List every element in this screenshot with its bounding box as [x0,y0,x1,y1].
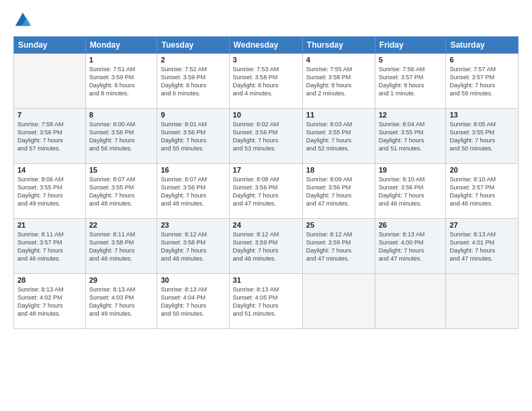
day-info: Sunrise: 7:53 AM Sunset: 3:58 PM Dayligh… [233,65,299,98]
page: SundayMondayTuesdayWednesdayThursdayFrid… [0,0,532,411]
calendar-cell: 15Sunrise: 8:07 AM Sunset: 3:55 PM Dayli… [85,164,157,219]
day-info: Sunrise: 7:58 AM Sunset: 3:56 PM Dayligh… [17,120,82,153]
day-info: Sunrise: 7:56 AM Sunset: 3:57 PM Dayligh… [379,65,443,98]
day-number: 22 [89,221,154,229]
calendar-cell [375,274,446,329]
day-info: Sunrise: 8:08 AM Sunset: 3:56 PM Dayligh… [233,175,299,208]
day-info: Sunrise: 8:05 AM Sunset: 3:55 PM Dayligh… [449,120,515,153]
col-header-saturday: Saturday [446,37,519,54]
day-number: 6 [449,56,515,64]
col-header-wednesday: Wednesday [229,37,302,54]
calendar-week-row: 28Sunrise: 8:13 AM Sunset: 4:02 PM Dayli… [14,274,519,329]
day-info: Sunrise: 8:11 AM Sunset: 3:57 PM Dayligh… [17,230,82,263]
day-number: 28 [17,276,82,284]
day-number: 25 [306,221,371,229]
logo [13,11,35,30]
calendar-cell [446,274,519,329]
day-info: Sunrise: 8:13 AM Sunset: 4:05 PM Dayligh… [233,285,299,318]
day-number: 18 [306,166,371,174]
day-number: 8 [89,111,154,119]
calendar-cell: 5Sunrise: 7:56 AM Sunset: 3:57 PM Daylig… [375,54,446,109]
calendar-cell: 17Sunrise: 8:08 AM Sunset: 3:56 PM Dayli… [229,164,302,219]
col-header-monday: Monday [85,37,157,54]
col-header-friday: Friday [375,37,446,54]
day-number: 31 [233,276,299,284]
day-info: Sunrise: 8:02 AM Sunset: 3:56 PM Dayligh… [233,120,299,153]
day-info: Sunrise: 7:55 AM Sunset: 3:58 PM Dayligh… [306,65,371,98]
day-number: 19 [379,166,443,174]
calendar-cell: 26Sunrise: 8:13 AM Sunset: 4:00 PM Dayli… [375,219,446,274]
calendar-cell: 23Sunrise: 8:12 AM Sunset: 3:58 PM Dayli… [157,219,229,274]
day-info: Sunrise: 8:12 AM Sunset: 3:58 PM Dayligh… [161,230,225,263]
day-info: Sunrise: 8:07 AM Sunset: 3:55 PM Dayligh… [89,175,154,208]
calendar-cell: 24Sunrise: 8:12 AM Sunset: 3:59 PM Dayli… [229,219,302,274]
logo-icon [13,11,32,30]
calendar-cell: 14Sunrise: 8:06 AM Sunset: 3:55 PM Dayli… [14,164,86,219]
day-number: 1 [89,56,154,64]
day-number: 21 [17,221,82,229]
calendar-week-row: 7Sunrise: 7:58 AM Sunset: 3:56 PM Daylig… [14,109,519,164]
calendar-cell [302,274,375,329]
day-info: Sunrise: 8:00 AM Sunset: 3:56 PM Dayligh… [89,120,154,153]
calendar-week-row: 14Sunrise: 8:06 AM Sunset: 3:55 PM Dayli… [14,164,519,219]
day-number: 30 [161,276,225,284]
day-info: Sunrise: 8:13 AM Sunset: 4:01 PM Dayligh… [449,230,515,263]
calendar-cell: 22Sunrise: 8:11 AM Sunset: 3:58 PM Dayli… [85,219,157,274]
calendar-cell: 20Sunrise: 8:10 AM Sunset: 3:57 PM Dayli… [446,164,519,219]
calendar-cell: 16Sunrise: 8:07 AM Sunset: 3:56 PM Dayli… [157,164,229,219]
day-info: Sunrise: 8:13 AM Sunset: 4:00 PM Dayligh… [379,230,443,263]
day-info: Sunrise: 7:57 AM Sunset: 3:57 PM Dayligh… [449,65,515,98]
calendar-body: 1Sunrise: 7:51 AM Sunset: 3:59 PM Daylig… [14,54,519,329]
col-header-sunday: Sunday [14,37,86,54]
calendar-cell: 3Sunrise: 7:53 AM Sunset: 3:58 PM Daylig… [229,54,302,109]
day-info: Sunrise: 8:09 AM Sunset: 3:56 PM Dayligh… [306,175,371,208]
calendar-cell: 31Sunrise: 8:13 AM Sunset: 4:05 PM Dayli… [229,274,302,329]
day-number: 9 [161,111,225,119]
day-number: 2 [161,56,225,64]
day-number: 3 [233,56,299,64]
day-info: Sunrise: 7:51 AM Sunset: 3:59 PM Dayligh… [89,65,154,98]
calendar-cell: 1Sunrise: 7:51 AM Sunset: 3:59 PM Daylig… [85,54,157,109]
day-number: 20 [449,166,515,174]
calendar-cell [14,54,86,109]
day-number: 26 [379,221,443,229]
day-info: Sunrise: 8:10 AM Sunset: 3:56 PM Dayligh… [379,175,443,208]
day-info: Sunrise: 8:06 AM Sunset: 3:55 PM Dayligh… [17,175,82,208]
day-number: 14 [17,166,82,174]
calendar-cell: 12Sunrise: 8:04 AM Sunset: 3:55 PM Dayli… [375,109,446,164]
day-info: Sunrise: 8:03 AM Sunset: 3:55 PM Dayligh… [306,120,371,153]
calendar-week-row: 1Sunrise: 7:51 AM Sunset: 3:59 PM Daylig… [14,54,519,109]
day-number: 23 [161,221,225,229]
calendar-cell: 4Sunrise: 7:55 AM Sunset: 3:58 PM Daylig… [302,54,375,109]
day-info: Sunrise: 8:12 AM Sunset: 3:59 PM Dayligh… [233,230,299,263]
day-info: Sunrise: 8:13 AM Sunset: 4:04 PM Dayligh… [161,285,225,318]
calendar-cell: 27Sunrise: 8:13 AM Sunset: 4:01 PM Dayli… [446,219,519,274]
calendar-cell: 28Sunrise: 8:13 AM Sunset: 4:02 PM Dayli… [14,274,86,329]
day-info: Sunrise: 8:11 AM Sunset: 3:58 PM Dayligh… [89,230,154,263]
day-number: 29 [89,276,154,284]
calendar-cell: 11Sunrise: 8:03 AM Sunset: 3:55 PM Dayli… [302,109,375,164]
calendar-cell: 19Sunrise: 8:10 AM Sunset: 3:56 PM Dayli… [375,164,446,219]
day-number: 7 [17,111,82,119]
day-number: 5 [379,56,443,64]
day-info: Sunrise: 8:04 AM Sunset: 3:55 PM Dayligh… [379,120,443,153]
calendar-header-row: SundayMondayTuesdayWednesdayThursdayFrid… [14,37,519,54]
calendar-cell: 30Sunrise: 8:13 AM Sunset: 4:04 PM Dayli… [157,274,229,329]
day-number: 16 [161,166,225,174]
day-number: 11 [306,111,371,119]
day-info: Sunrise: 8:10 AM Sunset: 3:57 PM Dayligh… [449,175,515,208]
col-header-tuesday: Tuesday [157,37,229,54]
day-number: 13 [449,111,515,119]
calendar-week-row: 21Sunrise: 8:11 AM Sunset: 3:57 PM Dayli… [14,219,519,274]
calendar-cell: 2Sunrise: 7:52 AM Sunset: 3:59 PM Daylig… [157,54,229,109]
col-header-thursday: Thursday [302,37,375,54]
calendar-cell: 9Sunrise: 8:01 AM Sunset: 3:56 PM Daylig… [157,109,229,164]
calendar-cell: 21Sunrise: 8:11 AM Sunset: 3:57 PM Dayli… [14,219,86,274]
calendar-cell: 13Sunrise: 8:05 AM Sunset: 3:55 PM Dayli… [446,109,519,164]
day-number: 10 [233,111,299,119]
calendar-cell: 18Sunrise: 8:09 AM Sunset: 3:56 PM Dayli… [302,164,375,219]
day-number: 17 [233,166,299,174]
day-number: 4 [306,56,371,64]
calendar-table: SundayMondayTuesdayWednesdayThursdayFrid… [13,36,519,329]
day-info: Sunrise: 8:12 AM Sunset: 3:59 PM Dayligh… [306,230,371,263]
